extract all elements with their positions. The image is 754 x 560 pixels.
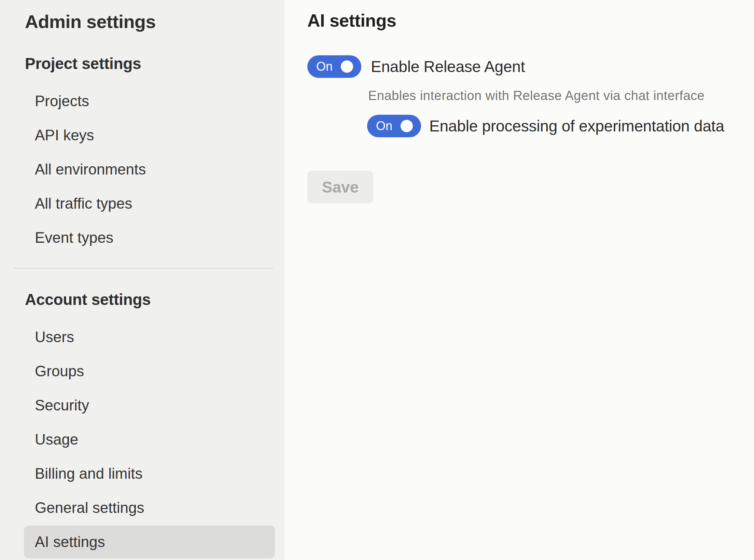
enable-experimentation-data-toggle[interactable]: On — [367, 115, 421, 137]
page-title: AI settings — [307, 10, 754, 31]
sidebar-item-all-traffic-types[interactable]: All traffic types — [24, 187, 275, 220]
enable-experimentation-data-label: Enable processing of experimentation dat… — [429, 117, 724, 135]
sidebar-item-all-environments[interactable]: All environments — [24, 153, 275, 186]
account-settings-nav: Users Groups Security Usage Billing and … — [0, 321, 284, 558]
admin-settings-page: Admin settings Project settings Projects… — [0, 0, 754, 560]
main-content: AI settings On Enable Release Agent Enab… — [284, 0, 754, 560]
sidebar-item-security[interactable]: Security — [24, 389, 275, 422]
toggle-knob — [401, 120, 413, 132]
sidebar-item-event-types[interactable]: Event types — [24, 221, 275, 254]
sidebar-item-groups[interactable]: Groups — [24, 355, 275, 388]
sidebar-item-usage[interactable]: Usage — [24, 423, 275, 456]
sidebar-item-users[interactable]: Users — [24, 321, 275, 353]
release-agent-toggle-row: On Enable Release Agent — [307, 55, 754, 78]
section-header-account-settings: Account settings — [25, 289, 284, 310]
section-header-project-settings: Project settings — [25, 53, 284, 74]
sidebar-item-billing-and-limits[interactable]: Billing and limits — [24, 457, 275, 490]
toggle-state-label: On — [376, 119, 392, 133]
experimentation-data-toggle-row: On Enable processing of experimentation … — [367, 115, 754, 137]
toggle-state-label: On — [316, 59, 333, 74]
toggle-knob — [341, 60, 353, 73]
sidebar-item-general-settings[interactable]: General settings — [24, 491, 275, 524]
sidebar-title: Admin settings — [25, 10, 284, 33]
sidebar-item-ai-settings[interactable]: AI settings — [24, 526, 275, 558]
sidebar-divider — [14, 268, 273, 269]
sidebar-item-projects[interactable]: Projects — [24, 85, 275, 117]
sidebar: Admin settings Project settings Projects… — [0, 0, 284, 560]
release-agent-description: Enables interaction with Release Agent v… — [368, 87, 754, 104]
enable-release-agent-label: Enable Release Agent — [371, 57, 525, 76]
save-button[interactable]: Save — [307, 171, 373, 203]
sidebar-item-api-keys[interactable]: API keys — [24, 119, 275, 152]
project-settings-nav: Projects API keys All environments All t… — [0, 85, 284, 254]
enable-release-agent-toggle[interactable]: On — [307, 55, 361, 78]
